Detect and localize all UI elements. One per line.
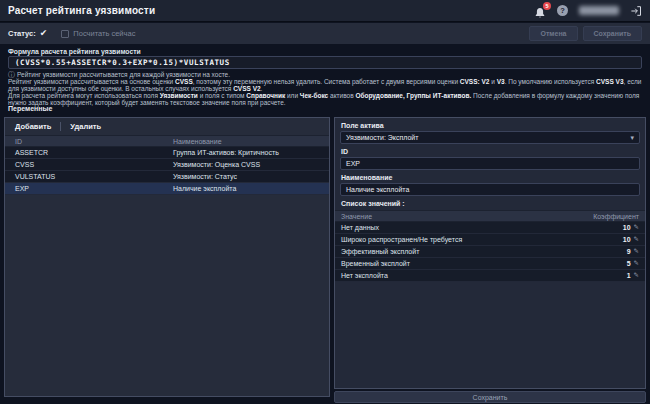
top-header: Расчет рейтинга уязвимости 5 ?: [0, 0, 650, 22]
edit-coefficient-icon[interactable]: ✎: [634, 248, 639, 255]
toolbar-divider: [60, 122, 61, 131]
recalc-checkbox[interactable]: [61, 30, 69, 38]
add-variable-button[interactable]: Добавить: [15, 122, 51, 131]
coefficient-cell: 9✎: [593, 248, 645, 255]
value-row[interactable]: Эффективный эксплойт9✎: [335, 246, 645, 258]
status-label: Статус:: [8, 29, 36, 38]
recalc-checkbox-label: Посчитать сейчас: [73, 29, 135, 38]
recalc-checkbox-wrap: Посчитать сейчас: [61, 29, 135, 38]
values-table-header: Значение Коэффициент: [335, 210, 645, 222]
variable-name-cell: Уязвимости: Оценка CVSS: [171, 161, 329, 168]
coefficient-value: 9: [627, 248, 631, 255]
edit-coefficient-icon[interactable]: ✎: [634, 260, 639, 267]
variable-id-cell: CVSS: [5, 161, 171, 168]
formula-info-line: Для расчета рейтинга могут использоватьс…: [8, 93, 645, 106]
name-label: Наименование: [341, 174, 639, 181]
id-label: ID: [341, 148, 639, 155]
variable-id-cell: EXP: [5, 185, 171, 192]
variable-name-cell: Уязвимости: Статус: [171, 173, 329, 180]
variables-table-header: ID Наименование: [5, 135, 329, 147]
column-header-name: Наименование: [171, 138, 329, 145]
value-cell: Широко распространен/Не требуется: [335, 236, 593, 243]
edit-coefficient-icon[interactable]: ✎: [634, 236, 639, 243]
edit-coefficient-icon[interactable]: ✎: [634, 272, 639, 279]
cancel-button[interactable]: Отмена: [529, 26, 577, 41]
values-table: Значение Коэффициент Нет данных10✎Широко…: [335, 210, 645, 282]
coefficient-cell: 5✎: [593, 260, 645, 267]
save-button[interactable]: Сохранить: [583, 26, 642, 41]
column-header-id: ID: [5, 138, 171, 145]
help-icon: ?: [560, 6, 565, 15]
variables-section-label: Переменные: [8, 105, 52, 112]
values-list-label: Список значений :: [341, 200, 639, 207]
column-header-coefficient: Коэффициент: [593, 213, 645, 220]
coefficient-cell: 10✎: [593, 224, 645, 231]
asset-field-label: Поле актива: [341, 122, 639, 129]
id-value: EXP: [346, 160, 360, 167]
header-actions: 5 ?: [534, 5, 642, 17]
value-row[interactable]: Широко распространен/Не требуется10✎: [335, 234, 645, 246]
variable-name-cell: Наличие эксплойта: [171, 185, 329, 192]
name-input[interactable]: Наличие эксплойта: [340, 183, 640, 196]
id-input[interactable]: EXP: [340, 157, 640, 170]
formula-info: ⓘРейтинг уязвимости рассчитывается для к…: [8, 72, 645, 107]
variables-panel: Добавить Удалить ID Наименование ASSETCR…: [4, 117, 330, 397]
coefficient-cell: 1✎: [593, 272, 645, 279]
values-table-body: Нет данных10✎Широко распространен/Не тре…: [335, 222, 645, 282]
value-cell: Эффективный эксплойт: [335, 248, 593, 255]
column-header-value: Значение: [335, 213, 593, 220]
help-button[interactable]: ?: [557, 5, 568, 16]
value-row[interactable]: Нет данных10✎: [335, 222, 645, 234]
chevron-down-icon: ▾: [630, 134, 634, 141]
name-value: Наличие эксплойта: [346, 186, 409, 193]
value-cell: Временный эксплойт: [335, 260, 593, 267]
value-cell: Нет данных: [335, 224, 593, 231]
variables-table-body: ASSETCRГруппа ИТ-активов: КритичностьCVS…: [5, 147, 329, 195]
username-redacted: [579, 6, 619, 15]
notifications-button[interactable]: 5: [534, 5, 546, 17]
coefficient-value: 10: [623, 224, 631, 231]
notification-badge: 5: [543, 2, 551, 10]
editor-save-button[interactable]: Сохранить: [334, 391, 646, 403]
variable-id-cell: ASSETCR: [5, 149, 171, 156]
coefficient-value: 1: [627, 272, 631, 279]
value-row[interactable]: Нет эксплойта1✎: [335, 270, 645, 282]
coefficient-value: 5: [627, 260, 631, 267]
variable-editor-panel: Поле актива Уязвимости: Эксплойт ▾ ID EX…: [334, 117, 646, 389]
value-row[interactable]: Временный эксплойт5✎: [335, 258, 645, 270]
delete-variable-button[interactable]: Удалить: [70, 122, 101, 131]
coefficient-cell: 10✎: [593, 236, 645, 243]
variable-row[interactable]: VULSTATUSУязвимости: Статус: [5, 171, 329, 183]
status-toolbar: Статус: ✔ Посчитать сейчас Отмена Сохран…: [0, 23, 650, 44]
info-icon: ⓘ: [8, 71, 15, 78]
asset-field-select[interactable]: Уязвимости: Эксплойт ▾: [340, 131, 640, 144]
toolbar-buttons: Отмена Сохранить: [529, 26, 642, 41]
edit-coefficient-icon[interactable]: ✎: [634, 224, 639, 231]
variable-row[interactable]: CVSSУязвимости: Оценка CVSS: [5, 159, 329, 171]
variable-row[interactable]: ASSETCRГруппа ИТ-активов: Критичность: [5, 147, 329, 159]
coefficient-value: 10: [623, 236, 631, 243]
app-window: Расчет рейтинга уязвимости 5 ? Статус: ✔: [0, 0, 650, 404]
variables-toolbar: Добавить Удалить: [5, 118, 329, 135]
asset-field-value: Уязвимости: Эксплойт: [346, 134, 418, 141]
formula-label: Формула расчета рейтинга уязвимости: [8, 48, 141, 55]
variable-id-cell: VULSTATUS: [5, 173, 171, 180]
page-title: Расчет рейтинга уязвимости: [8, 5, 534, 16]
status-check-icon: ✔: [40, 29, 48, 38]
variable-row[interactable]: EXPНаличие эксплойта: [5, 183, 329, 195]
logout-icon[interactable]: [630, 5, 642, 17]
variable-name-cell: Группа ИТ-активов: Критичность: [171, 149, 329, 156]
value-cell: Нет эксплойта: [335, 272, 593, 279]
formula-input[interactable]: (CVSS*0.55+ASSETCR*0.3+EXP*0.15)*VULSTAT…: [8, 56, 642, 69]
formula-info-line: Рейтинг уязвимости рассчитывается на осн…: [8, 79, 645, 92]
